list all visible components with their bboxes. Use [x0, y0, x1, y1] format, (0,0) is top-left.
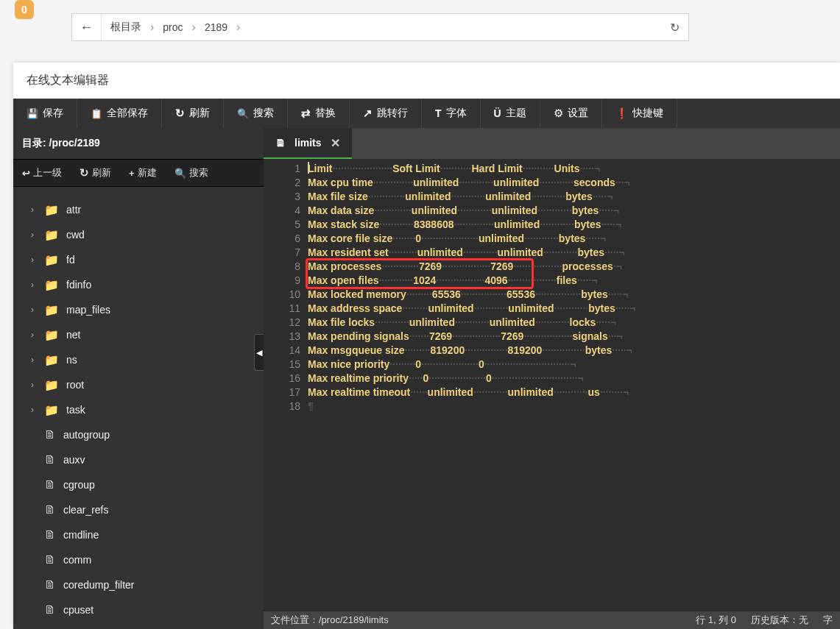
refresh-icon — [175, 107, 185, 120]
code-line[interactable]: Max file size·············unlimited·····… — [308, 190, 840, 204]
tree-item-label: task — [66, 404, 85, 416]
font-icon — [435, 107, 442, 119]
toolbar-label: 保存 — [43, 107, 63, 120]
notification-badge[interactable]: 0 — [15, 0, 34, 19]
code-line[interactable]: Max realtime priority·····0·············… — [308, 372, 840, 385]
breadcrumb: ← 根目录›proc›2189› — [71, 13, 689, 41]
tree-file[interactable]: 🗎clear_refs — [13, 497, 264, 522]
toolbar-button-字体[interactable]: 字体 — [422, 99, 481, 128]
sidebar-toolbar-label: 新建 — [138, 166, 157, 180]
code-line[interactable]: Max core file size········0·············… — [308, 232, 840, 246]
line-number: 16 — [264, 372, 300, 385]
file-tree[interactable]: ›📁attr›📁cwd›📁fd›📁fdinfo›📁map_files›📁net›… — [13, 193, 264, 629]
sidebar-toolbar-button-上一级[interactable]: 上一级 — [13, 160, 71, 186]
file-icon: 🗎 — [275, 137, 286, 149]
line-number: 7 — [264, 246, 300, 260]
toolbar-button-刷新[interactable]: 刷新 — [162, 99, 224, 128]
code-line[interactable]: Limit·····················Soft Limit····… — [308, 162, 840, 176]
tree-folder[interactable]: ›📁cwd — [13, 222, 264, 247]
arrow-icon — [363, 107, 373, 120]
file-icon: 🗎 — [44, 478, 56, 491]
sidebar-toolbar-label: 上一级 — [33, 166, 62, 180]
tree-file[interactable]: 🗎cgroup — [13, 472, 264, 497]
tree-folder[interactable]: ›📁fdinfo — [13, 272, 264, 297]
tree-item-label: comm — [63, 554, 91, 566]
chevron-right-icon: › — [31, 205, 44, 215]
line-number: 8 — [264, 260, 300, 274]
line-number: 13 — [264, 330, 300, 344]
code-line[interactable]: Max file locks············unlimited·····… — [308, 316, 840, 330]
tree-folder[interactable]: ›📁map_files — [13, 297, 264, 322]
sidebar-toolbar-button-搜索[interactable]: 搜索 — [166, 160, 217, 186]
chevron-right-icon: › — [31, 355, 44, 365]
line-number: 11 — [264, 302, 300, 316]
toolbar-button-主题[interactable]: 主题 — [481, 99, 540, 128]
breadcrumb-item[interactable]: 2189 — [196, 14, 236, 40]
tree-folder[interactable]: ›📁ns — [13, 347, 264, 372]
code-content[interactable]: Limit·····················Soft Limit····… — [308, 159, 840, 613]
toolbar-button-快捷键[interactable]: 快捷键 — [602, 99, 677, 128]
panel-title: 在线文本编辑器 — [13, 63, 840, 99]
code-line[interactable]: Max processes·············7269··········… — [308, 260, 840, 274]
folder-icon: 📁 — [44, 303, 59, 317]
file-icon: 🗎 — [44, 578, 56, 591]
copy-icon — [91, 107, 102, 119]
code-line[interactable]: Max address space·········unlimited·····… — [308, 302, 840, 316]
tab-label: limits — [294, 137, 322, 149]
tree-folder[interactable]: ›📁net — [13, 322, 264, 347]
tree-file[interactable]: 🗎comm — [13, 547, 264, 572]
folder-icon: 📁 — [44, 403, 59, 417]
editor-panel: 在线文本编辑器 保存全部保存刷新搜索替换跳转行字体主题设置快捷键 目录: /pr… — [13, 63, 840, 629]
tree-file[interactable]: 🗎coredump_filter — [13, 572, 264, 597]
toolbar-button-保存[interactable]: 保存 — [13, 99, 77, 128]
tree-item-label: fdinfo — [66, 279, 91, 291]
code-line[interactable]: Max cpu time··············unlimited·····… — [308, 176, 840, 190]
theme-icon — [494, 107, 501, 119]
code-line[interactable]: Max locked memory·········65536·········… — [308, 288, 840, 302]
tree-folder[interactable]: ›📁attr — [13, 197, 264, 222]
code-line[interactable]: Max msgqueue size·········819200········… — [308, 344, 840, 358]
code-line[interactable]: Max data size·············unlimited·····… — [308, 204, 840, 218]
line-number: 15 — [264, 358, 300, 372]
close-icon[interactable]: ✕ — [331, 136, 340, 150]
tab-limits[interactable]: 🗎 limits ✕ — [264, 128, 352, 159]
code-line[interactable]: Max open files············1024··········… — [308, 274, 840, 288]
breadcrumb-back-icon[interactable]: ← — [72, 14, 102, 40]
code-line[interactable]: Max resident set··········unlimited·····… — [308, 246, 840, 260]
code-line[interactable]: Max stack size············8388608·······… — [308, 218, 840, 232]
status-file-location: 文件位置：/proc/2189/limits — [271, 614, 389, 627]
code-line[interactable]: Max pending signals·······7269··········… — [308, 330, 840, 344]
chevron-right-icon: › — [31, 230, 44, 240]
file-icon: 🗎 — [44, 553, 56, 566]
tree-file[interactable]: 🗎autogroup — [13, 422, 264, 447]
toolbar-button-全部保存[interactable]: 全部保存 — [77, 99, 162, 128]
tree-file[interactable]: 🗎cpuset — [13, 597, 264, 622]
tree-folder[interactable]: ›📁task — [13, 397, 264, 422]
toolbar-label: 主题 — [506, 107, 526, 120]
folder-icon: 📁 — [44, 278, 59, 292]
toolbar-button-替换[interactable]: 替换 — [288, 99, 350, 128]
breadcrumb-item[interactable]: 根目录 — [102, 14, 150, 40]
code-line[interactable]: ¶ — [308, 399, 840, 413]
line-number: 6 — [264, 232, 300, 246]
toolbar-button-跳转行[interactable]: 跳转行 — [350, 99, 422, 128]
file-icon: 🗎 — [44, 503, 56, 516]
line-number: 3 — [264, 190, 300, 204]
code-line[interactable]: Max nice priority·········0·············… — [308, 358, 840, 372]
tree-folder[interactable]: ›📁root — [13, 372, 264, 397]
code-editor[interactable]: 123456789101112131415161718 Limit·······… — [264, 159, 840, 613]
tree-folder[interactable]: ›📁fd — [13, 247, 264, 272]
code-line[interactable]: Max realtime timeout······unlimited·····… — [308, 385, 840, 399]
tree-item-label: net — [66, 329, 80, 341]
folder-icon: 📁 — [44, 203, 59, 217]
sidebar-collapse-handle[interactable]: ◀ — [254, 334, 264, 371]
toolbar-button-搜索[interactable]: 搜索 — [224, 99, 288, 128]
sidebar-toolbar-button-新建[interactable]: 新建 — [120, 160, 166, 186]
refresh-button[interactable]: ↻ — [661, 13, 689, 41]
sidebar-toolbar-button-刷新[interactable]: 刷新 — [71, 160, 120, 186]
breadcrumb-item[interactable]: proc — [154, 14, 191, 40]
line-number: 5 — [264, 218, 300, 232]
toolbar-button-设置[interactable]: 设置 — [540, 99, 602, 128]
tree-file[interactable]: 🗎auxv — [13, 447, 264, 472]
tree-file[interactable]: 🗎cmdline — [13, 522, 264, 547]
